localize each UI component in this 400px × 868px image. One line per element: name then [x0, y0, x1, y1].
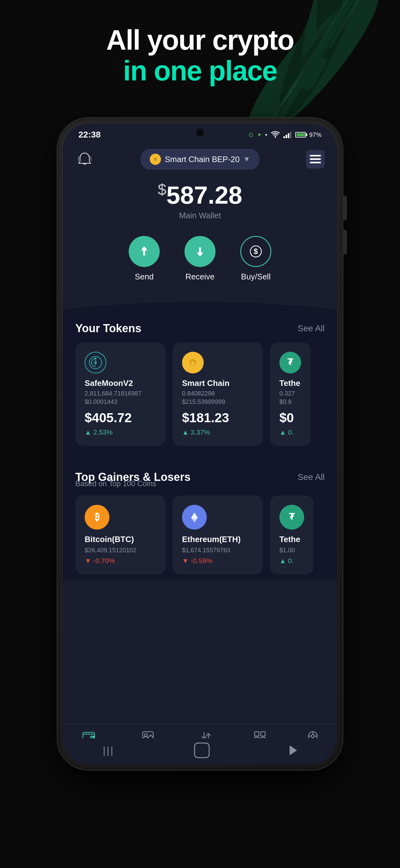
tether-name-partial: Tethe: [279, 378, 301, 388]
wifi-icon: [270, 131, 280, 138]
tether-gainer-icon: ₮: [279, 505, 304, 530]
btc-icon: ₿: [85, 505, 109, 530]
safemoon-name: SafeMoonV2: [85, 378, 156, 388]
smartchain-amount: 0.84082298: [182, 390, 253, 397]
action-buttons-row: Send Receive: [63, 230, 337, 294]
tokens-list: SafeMoonV2 2,811,684.71816987 $0.0001443…: [75, 342, 325, 452]
smartchain-value: $181.23: [182, 410, 253, 425]
tether-value-partial: $0: [279, 410, 301, 425]
chain-icon: [150, 154, 161, 165]
volume-down-button[interactable]: [343, 230, 347, 254]
gainers-see-all[interactable]: See All: [298, 472, 325, 482]
safemoon-price: $0.0001443: [85, 398, 156, 405]
tether-amount-partial: 0.327: [279, 390, 301, 397]
gainer-card-eth[interactable]: Ethereum(ETH) $1,674.15579763 ▼ -0.59%: [173, 495, 263, 574]
btc-price: $26,409.15120102: [85, 547, 156, 554]
safemoon-value: $405.72: [85, 410, 156, 425]
volume-up-button[interactable]: [343, 195, 347, 220]
svg-marker-22: [197, 247, 203, 257]
smartchain-price: $215.53999999: [182, 398, 253, 405]
content-area: Your Tokens See All: [63, 310, 337, 581]
android-icon: ✦: [257, 131, 262, 138]
tether-price-partial: $0.9: [279, 398, 301, 405]
tokens-section-header: Your Tokens See All: [75, 310, 325, 342]
receive-label: Receive: [186, 272, 214, 282]
phone-mockup: 22:38 ⊙ ✦ •: [57, 118, 343, 801]
receive-button[interactable]: Receive: [185, 236, 215, 282]
chain-name: Smart Chain BEP-20: [165, 155, 239, 164]
app-header: Smart Chain BEP-20 ▼: [63, 143, 337, 176]
svg-rect-10: [286, 135, 287, 138]
token-card-safemoon[interactable]: SafeMoonV2 2,811,684.71816987 $0.0001443…: [75, 342, 165, 446]
recent-apps-icon[interactable]: |||: [103, 745, 114, 756]
gainer-card-btc[interactable]: ₿ Bitcoin(BTC) $26,409.15120102 ▼ -0.70%: [75, 495, 165, 574]
smartchain-icon: [182, 352, 204, 373]
dot-icon: •: [265, 131, 267, 138]
svg-point-8: [274, 136, 276, 138]
svg-rect-11: [288, 133, 289, 138]
buysell-icon-circle: $: [240, 236, 271, 267]
chain-dropdown-arrow: ▼: [243, 155, 250, 163]
balance-number: 587.28: [167, 181, 242, 209]
svg-text:₮: ₮: [289, 512, 295, 522]
send-icon-circle: [129, 236, 160, 267]
tokens-see-all[interactable]: See All: [298, 323, 325, 333]
phone-outer-frame: 22:38 ⊙ ✦ •: [57, 118, 343, 770]
home-indicator: |||: [63, 738, 337, 764]
svg-rect-18: [310, 158, 321, 160]
svg-rect-19: [310, 162, 321, 163]
safemoon-change: ▲ 2.53%: [85, 428, 156, 436]
svg-rect-12: [290, 132, 292, 138]
token-card-tether-partial[interactable]: ₮ Tethe 0.327 $0.9 $0 ▲ 0.: [270, 342, 310, 446]
svg-text:₿: ₿: [95, 512, 100, 522]
svg-text:₮: ₮: [288, 357, 293, 367]
svg-rect-9: [284, 136, 285, 138]
svg-marker-20: [141, 246, 147, 255]
curve-transition: [63, 294, 337, 310]
wallet-label: Main Wallet: [75, 211, 325, 220]
battery-icon: [295, 132, 306, 137]
home-button[interactable]: [194, 743, 210, 758]
buysell-button[interactable]: $ Buy/Sell: [240, 236, 271, 282]
eth-down-arrow: ▼: [182, 557, 189, 565]
eth-change: ▼ -0.59%: [182, 557, 253, 565]
smartchain-up-arrow: ▲: [182, 428, 189, 436]
signal-icon: [284, 131, 292, 138]
eth-price: $1,674.15579763: [182, 547, 253, 554]
eth-icon: [182, 505, 207, 530]
circle-icon: ⊙: [248, 131, 254, 138]
phone-screen: 22:38 ⊙ ✦ •: [63, 124, 337, 764]
status-time: 22:38: [78, 130, 101, 140]
gainers-list: ₿ Bitcoin(BTC) $26,409.15120102 ▼ -0.70%: [75, 495, 325, 581]
wallet-balance-section: $587.28 Main Wallet: [63, 176, 337, 230]
send-button[interactable]: Send: [129, 236, 160, 282]
tether-gainer-arrow: ▲: [279, 557, 286, 565]
svg-point-27: [95, 358, 96, 360]
background: All your crypto in one place 22:38 ⊙ ✦ •: [0, 0, 400, 868]
gainers-subtitle: Based on Top 100 Coins: [75, 479, 156, 488]
btc-change: ▼ -0.70%: [85, 557, 156, 565]
token-card-smartchain[interactable]: Smart Chain 0.84082298 $215.53999999 $18…: [173, 342, 263, 446]
eth-name: Ethereum(ETH): [182, 535, 253, 544]
chain-selector[interactable]: Smart Chain BEP-20 ▼: [141, 149, 259, 169]
smartchain-change: ▲ 3.37%: [182, 428, 253, 436]
hero-line2: in one place: [0, 56, 400, 86]
receive-icon-circle: [185, 236, 215, 267]
camera-notch: [196, 129, 204, 136]
svg-rect-45: [255, 732, 259, 736]
safemoon-icon: [85, 352, 106, 373]
tokens-title: Your Tokens: [75, 322, 141, 335]
safemoon-amount: 2,811,684.71816987: [85, 390, 156, 397]
svg-point-50: [311, 735, 314, 738]
status-icons: ⊙ ✦ •: [248, 131, 322, 138]
smartchain-name: Smart Chain: [182, 378, 253, 388]
tether-up-arrow: ▲: [279, 428, 286, 436]
bell-icon[interactable]: [75, 150, 94, 168]
menu-icon[interactable]: [306, 150, 325, 168]
tether-gainer-change: ▲ 0.: [279, 557, 304, 565]
back-button[interactable]: [290, 745, 297, 755]
btc-down-arrow: ▼: [85, 557, 92, 565]
svg-rect-17: [310, 155, 321, 156]
curve-svg: [63, 294, 337, 310]
gainer-card-tether-partial[interactable]: ₮ Tethe $1.00 ▲ 0.: [270, 495, 313, 574]
